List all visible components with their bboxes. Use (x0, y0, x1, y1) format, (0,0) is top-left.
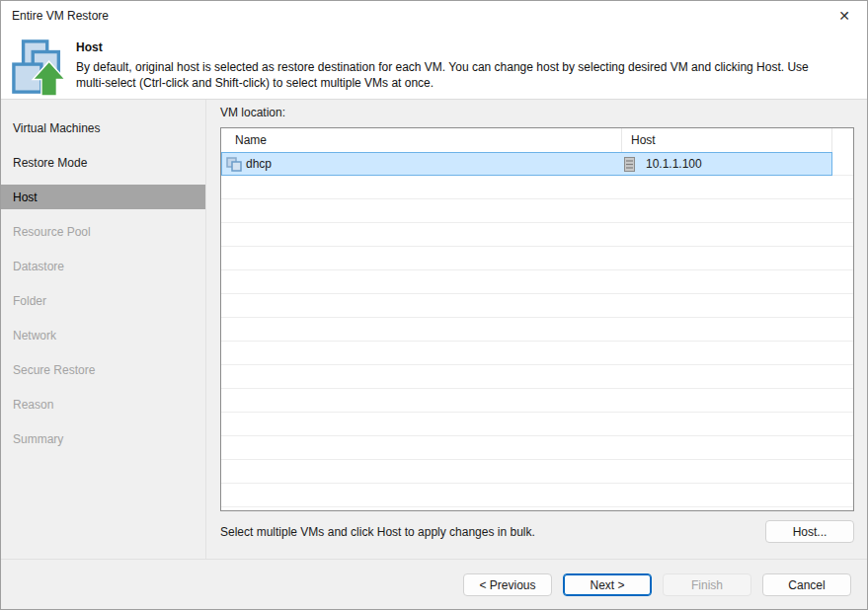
sidebar-item-secure-restore[interactable]: Secure Restore (1, 357, 205, 382)
wizard-header-text: Host By default, original host is select… (76, 37, 836, 99)
column-header-host[interactable]: Host (621, 128, 831, 152)
sidebar-item-network[interactable]: Network (1, 323, 205, 347)
vm-location-label: VM location: (220, 106, 854, 122)
wizard-header: Host By default, original host is select… (1, 31, 867, 100)
wizard-steps-sidebar: Virtual Machines Restore Mode Host Resou… (1, 100, 206, 559)
host-address: 10.1.1.100 (646, 157, 702, 171)
previous-button[interactable]: < Previous (463, 573, 552, 596)
window-title: Entire VM Restore (12, 9, 109, 23)
vm-name-cell: dhcp (222, 153, 621, 175)
entire-vm-restore-dialog: Entire VM Restore ✕ Host By default, ori… (0, 0, 868, 610)
titlebar: Entire VM Restore ✕ (1, 1, 867, 31)
bulk-hint-text: Select multiple VMs and click Host to ap… (220, 525, 535, 539)
sidebar-item-folder[interactable]: Folder (1, 288, 205, 313)
finish-button: Finish (663, 573, 751, 596)
bulk-action-row: Select multiple VMs and click Host to ap… (220, 520, 854, 543)
host-button[interactable]: Host... (765, 520, 854, 543)
dialog-body: Virtual Machines Restore Mode Host Resou… (1, 100, 867, 559)
vm-location-table: Name Host dhcp (220, 127, 854, 511)
sidebar-item-virtual-machines[interactable]: Virtual Machines (1, 115, 205, 140)
vm-icon (226, 157, 242, 172)
sidebar-item-restore-mode[interactable]: Restore Mode (1, 150, 205, 175)
restore-vm-icon (11, 37, 76, 99)
sidebar-item-host[interactable]: Host (1, 185, 205, 209)
sidebar-item-resource-pool[interactable]: Resource Pool (1, 219, 205, 244)
host-server-icon (624, 157, 635, 172)
close-button[interactable]: ✕ (822, 1, 867, 31)
cancel-button[interactable]: Cancel (762, 573, 851, 596)
table-row[interactable]: dhcp 10.1.1.100 (221, 152, 832, 176)
next-button[interactable]: Next > (563, 573, 652, 596)
sidebar-item-datastore[interactable]: Datastore (1, 254, 205, 278)
close-icon: ✕ (838, 8, 850, 24)
vm-name: dhcp (246, 157, 272, 171)
main-content: VM location: Name Host dh (206, 100, 867, 559)
sidebar-item-reason[interactable]: Reason (1, 392, 205, 417)
vm-host-cell: 10.1.1.100 (621, 153, 702, 175)
step-description: By default, original host is selected as… (76, 59, 836, 91)
sidebar-item-summary[interactable]: Summary (1, 426, 205, 451)
step-title: Host (76, 40, 836, 54)
table-header-row: Name Host (221, 128, 853, 152)
column-header-name[interactable]: Name (221, 128, 621, 152)
table-rows-area: dhcp 10.1.1.100 (221, 152, 853, 510)
dialog-footer: < Previous Next > Finish Cancel (1, 559, 867, 610)
